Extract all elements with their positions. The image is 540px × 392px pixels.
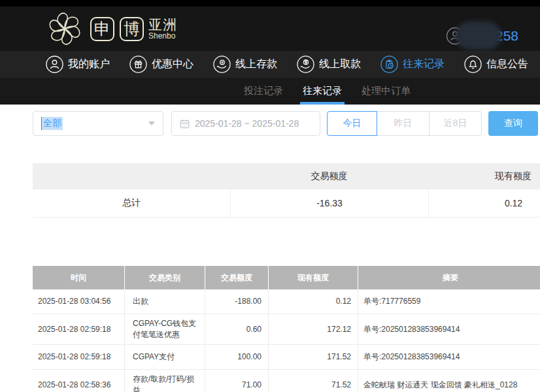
query-button[interactable]: 查询 [488,111,538,136]
quick-date-group: 今日 昨日 近8日 [327,111,482,136]
chevron-down-icon [148,122,155,125]
cell-time: 2025-01-28 03:04:56 [33,289,124,314]
records-header-row: 时间 交易类别 交易额度 现有额度 摘要 [33,266,540,289]
records-header-time: 时间 [33,266,124,289]
username-redaction-blur [456,22,501,50]
records-header-summary: 摘要 [358,266,540,289]
cell-summary: 单号:717776559 [358,289,540,314]
window-top-strip [0,0,540,7]
nav-item-announcements[interactable]: 信息公告 [464,56,528,73]
table-row: 2025-01-28 03:04:56 出款 -188.00 0.12 单号:7… [33,289,540,314]
nav-label: 线上存款 [235,57,277,71]
tab-label: 往来记录 [303,85,342,97]
records-header-category: 交易类别 [124,266,205,289]
nav-item-transaction-records[interactable]: 往来记录 [380,56,445,73]
brand-region-latin: Shenbo [148,32,177,41]
nav-label: 往来记录 [403,57,445,71]
brand-char-2: 博 [120,17,144,41]
cell-balance: 172.12 [268,314,358,344]
tab-pending-orders[interactable]: 处理中订单 [362,78,411,105]
records-header-balance: 现有额度 [268,266,358,289]
cell-category: CGPAY支付 [124,345,205,369]
summary-total-amount: -16.33 [230,189,428,217]
cell-category: 存款/取款/打码/损益 [124,370,205,392]
main-nav: 我的账户 优惠中心 线上存款 [0,51,540,78]
cell-amount: 71.00 [205,370,268,392]
flower-logo-icon [44,8,85,49]
date-range-value: 2025-01-28 ~ 2025-01-28 [195,118,299,129]
tab-label: 处理中订单 [362,85,411,97]
cell-summary: 单号:202501283853969414 [358,345,540,369]
quick-date-today[interactable]: 今日 [327,111,377,136]
cell-category: CGPAY-CG钱包支付笔笔送优惠 [124,314,205,344]
brand-region-zh: 亚洲 [148,18,177,32]
nav-item-online-withdraw[interactable]: 线上取款 [297,56,361,73]
summary-total-row: 总计 -16.33 0.12 [33,189,540,218]
cell-balance: 171.52 [268,345,358,369]
cell-balance: 71.52 [268,370,358,392]
gift-icon [129,56,147,73]
tab-transaction-records[interactable]: 往来记录 [303,78,342,105]
nav-item-promotions[interactable]: 优惠中心 [129,56,194,73]
filter-bar: 全部 2025-01-28 ~ 2025-01-28 今日 昨日 近8日 查询 [0,105,540,136]
quick-date-last8days[interactable]: 近8日 [430,111,482,136]
button-label: 近8日 [444,118,467,129]
cell-amount: 100.00 [205,345,268,369]
records-table: 时间 交易类别 交易额度 现有额度 摘要 2025-01-28 03:04:56… [33,266,540,392]
person-icon [46,56,63,73]
clipboard-clock-icon [380,56,398,73]
hand-coin-icon [213,56,231,73]
summary-total-label: 总计 [33,189,230,217]
nav-item-online-deposit[interactable]: 线上存款 [213,56,277,73]
table-row: 2025-01-28 02:59:18 CGPAY支付 100.00 171.5… [33,345,540,370]
bell-icon [464,56,482,73]
summary-header-balance: 现有额度 [428,163,540,189]
calendar-icon [180,119,190,129]
cell-time: 2025-01-28 02:58:36 [33,370,124,392]
button-label: 昨日 [394,118,413,129]
date-range-input[interactable]: 2025-01-28 ~ 2025-01-28 [171,111,320,136]
quick-date-yesterday[interactable]: 昨日 [377,111,430,136]
cell-time: 2025-01-28 02:59:18 [33,345,124,369]
table-row: 2025-01-28 02:58:36 存款/取款/打码/损益 71.00 71… [33,370,540,392]
summary-table: 交易额度 现有额度 总计 -16.33 0.12 [33,163,540,218]
brand-char-1: 申 [90,17,114,41]
cell-amount: -188.00 [205,289,268,314]
cell-summary: 金蛇献瑞 财运通天 现金回馈 豪礼相送_0128 [358,370,540,392]
nav-label: 线上取款 [319,57,361,71]
cell-amount: 0.60 [205,314,268,344]
records-subnav: 投注记录 往来记录 处理中订单 [0,78,540,105]
tab-label: 投注记录 [244,85,283,97]
tab-betting-records[interactable]: 投注记录 [244,78,283,105]
nav-label: 优惠中心 [152,57,194,71]
summary-header-amount: 交易额度 [230,163,428,189]
brand-logo[interactable]: 申 博 亚洲 Shenbo [44,8,177,49]
hand-dollar-icon [297,56,314,73]
button-label: 今日 [343,118,362,129]
nav-item-my-account[interactable]: 我的账户 [46,56,110,73]
nav-label: 信息公告 [486,57,528,71]
table-row: 2025-01-28 02:59:18 CGPAY-CG钱包支付笔笔送优惠 0.… [33,314,540,345]
summary-header-empty [33,163,230,189]
cell-balance: 0.12 [268,289,358,314]
type-select-value: 全部 [41,117,63,130]
cell-time: 2025-01-28 02:59:18 [33,314,124,344]
summary-header-row: 交易额度 现有额度 [33,163,540,189]
summary-total-balance: 0.12 [428,189,540,217]
brand-region: 亚洲 Shenbo [148,18,177,41]
site-header: 申 博 亚洲 Shenbo 258 [0,7,540,51]
nav-label: 我的账户 [68,57,110,71]
cell-summary: 单号:202501283853969414 [358,314,540,344]
cell-category: 出款 [124,289,205,314]
records-header-amount: 交易额度 [205,266,268,289]
type-select[interactable]: 全部 [33,111,163,136]
